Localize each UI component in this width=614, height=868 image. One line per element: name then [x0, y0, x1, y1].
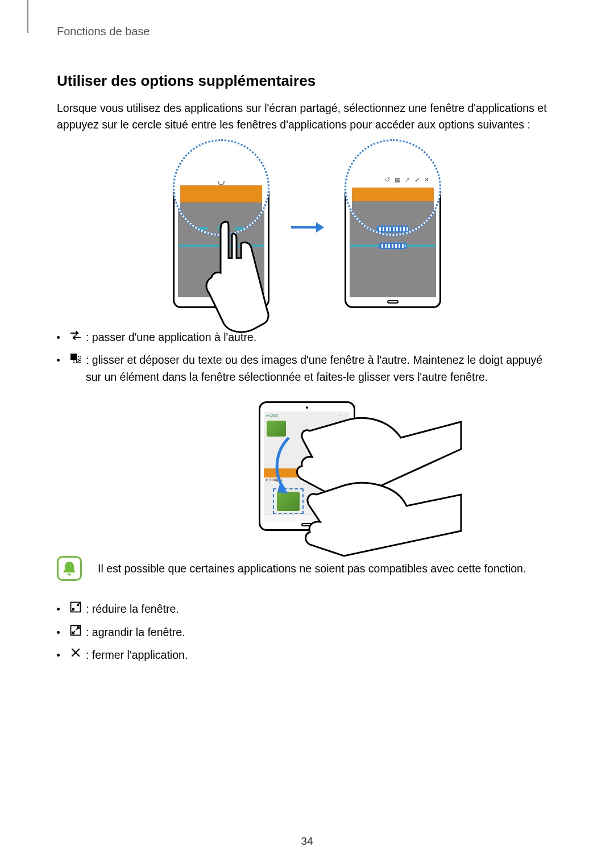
list-item-shrink: : réduire la fenêtre. — [57, 600, 557, 617]
intro-paragraph: Lorsque vous utilisez des applications s… — [57, 100, 557, 133]
list-item-swap: : passer d'une application à l'autre. — [57, 329, 557, 346]
options-list-2: : réduire la fenêtre. : agrandir la fenê… — [57, 600, 557, 663]
drag-drop-icon — [69, 352, 82, 364]
options-list-1: : passer d'une application à l'autre. : … — [57, 329, 557, 386]
svg-marker-1 — [316, 222, 324, 232]
notice-text: Il est possible que certaines applicatio… — [98, 556, 526, 577]
notice-bell-icon — [57, 556, 82, 581]
list-item-label: : fermer l'application. — [86, 646, 557, 663]
list-item-label: : passer d'une application à l'autre. — [86, 329, 557, 346]
tablet-illustration-after: ↺▦↗⤢✕ — [345, 183, 441, 308]
page-number: 34 — [301, 835, 313, 848]
list-item-label: : glisser et déposer du texte ou des ima… — [86, 351, 557, 385]
arrow-right-icon — [290, 221, 324, 234]
tablet-illustration-before — [173, 183, 269, 308]
section-title: Utiliser des options supplémentaires — [57, 72, 557, 90]
shrink-window-icon — [69, 601, 82, 613]
compatibility-notice: Il est possible que certaines applicatio… — [57, 556, 557, 581]
list-item-label: : agrandir la fenêtre. — [86, 624, 557, 641]
list-item-label: : réduire la fenêtre. — [86, 600, 557, 617]
tablet-illustration-drag: ◂ Chat ⋯ ⋮ ▸ Images — [259, 401, 355, 531]
swap-icon — [69, 330, 82, 341]
breadcrumb: Fonctions de base — [57, 25, 557, 38]
figure-drag-drop: ◂ Chat ⋯ ⋮ ▸ Images — [57, 401, 557, 531]
magnifier-before — [173, 139, 269, 236]
close-icon — [69, 647, 82, 658]
magnifier-after: ↺▦↗⤢✕ — [345, 139, 441, 236]
list-item-expand: : agrandir la fenêtre. — [57, 624, 557, 641]
list-item-close: : fermer l'application. — [57, 646, 557, 663]
list-item-drag-drop: : glisser et déposer du texte ou des ima… — [57, 351, 557, 385]
svg-marker-4 — [76, 359, 80, 363]
figure-split-view-options: ↺▦↗⤢✕ — [57, 149, 557, 308]
expand-window-icon — [69, 625, 82, 636]
